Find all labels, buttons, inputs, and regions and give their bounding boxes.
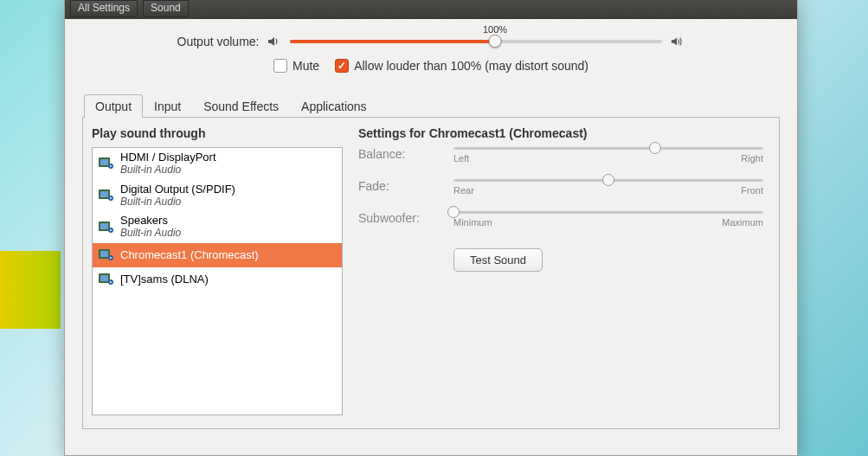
- mute-checkbox[interactable]: [273, 59, 287, 73]
- svg-rect-4: [100, 191, 108, 197]
- device-description: Built-in Audio: [120, 164, 216, 177]
- breadcrumb-all-settings[interactable]: All Settings: [70, 0, 138, 17]
- output-panel: Play sound through HDMI / DisplayPortBui…: [82, 118, 780, 429]
- device-settings-heading: Settings for Chromecast1 (Chromecast): [358, 126, 763, 140]
- output-volume-slider[interactable]: 100%: [290, 40, 662, 43]
- balance-label: Balance:: [358, 147, 453, 161]
- device-name: HDMI / DisplayPort: [120, 151, 216, 164]
- play-through-heading: Play sound through: [92, 126, 343, 140]
- sound-card-icon: [98, 271, 115, 288]
- sound-card-icon: [98, 219, 115, 236]
- output-volume-label: Output volume:: [177, 35, 260, 48]
- svg-rect-1: [100, 159, 108, 165]
- device-item[interactable]: SpeakersBuilt-in Audio: [93, 211, 342, 243]
- balance-slider[interactable]: LeftRight: [453, 147, 763, 164]
- louder-checkbox[interactable]: ✓: [335, 59, 349, 73]
- speaker-low-icon: [267, 35, 281, 48]
- output-device-list[interactable]: HDMI / DisplayPortBuilt-in AudioDigital …: [92, 147, 343, 415]
- louder-label: Allow louder than 100% (may distort soun…: [354, 59, 588, 73]
- breadcrumb-sound[interactable]: Sound: [143, 0, 189, 17]
- svg-rect-13: [100, 275, 108, 281]
- device-name: Digital Output (S/PDIF): [120, 183, 235, 196]
- fade-label: Fade:: [358, 179, 453, 193]
- sound-card-icon: [98, 247, 115, 264]
- device-description: Built-in Audio: [120, 196, 235, 209]
- speaker-high-icon: [671, 35, 685, 48]
- fade-slider[interactable]: RearFront: [453, 179, 763, 196]
- tab-input[interactable]: Input: [143, 94, 192, 118]
- subwoofer-slider[interactable]: MinimumMaximum: [453, 211, 763, 228]
- tab-sound-effects[interactable]: Sound Effects: [192, 94, 290, 118]
- device-name: Chromecast1 (Chromecast): [120, 249, 259, 262]
- device-item[interactable]: HDMI / DisplayPortBuilt-in Audio: [93, 148, 342, 180]
- sound-card-icon: [98, 155, 115, 172]
- device-name: Speakers: [120, 215, 181, 228]
- test-sound-button[interactable]: Test Sound: [453, 248, 543, 272]
- device-item[interactable]: [TV]sams (DLNA): [93, 267, 342, 292]
- louder-checkbox-row[interactable]: ✓ Allow louder than 100% (may distort so…: [335, 59, 588, 73]
- tab-output[interactable]: Output: [84, 94, 143, 118]
- device-description: Built-in Audio: [120, 228, 181, 240]
- device-name: [TV]sams (DLNA): [120, 273, 209, 286]
- titlebar: All Settings Sound: [65, 0, 797, 19]
- sound-settings-window: All Settings Sound Output volume: 100%: [64, 0, 798, 456]
- sound-card-icon: [98, 187, 115, 204]
- mute-checkbox-row[interactable]: Mute: [273, 59, 319, 73]
- mute-label: Mute: [293, 59, 319, 73]
- svg-rect-10: [100, 251, 108, 257]
- subwoofer-label: Subwoofer:: [358, 211, 453, 225]
- device-item[interactable]: Chromecast1 (Chromecast): [93, 243, 342, 267]
- tab-applications[interactable]: Applications: [290, 94, 378, 118]
- svg-rect-7: [100, 223, 108, 229]
- tab-bar: OutputInputSound EffectsApplications: [82, 93, 780, 118]
- device-item[interactable]: Digital Output (S/PDIF)Built-in Audio: [93, 180, 342, 212]
